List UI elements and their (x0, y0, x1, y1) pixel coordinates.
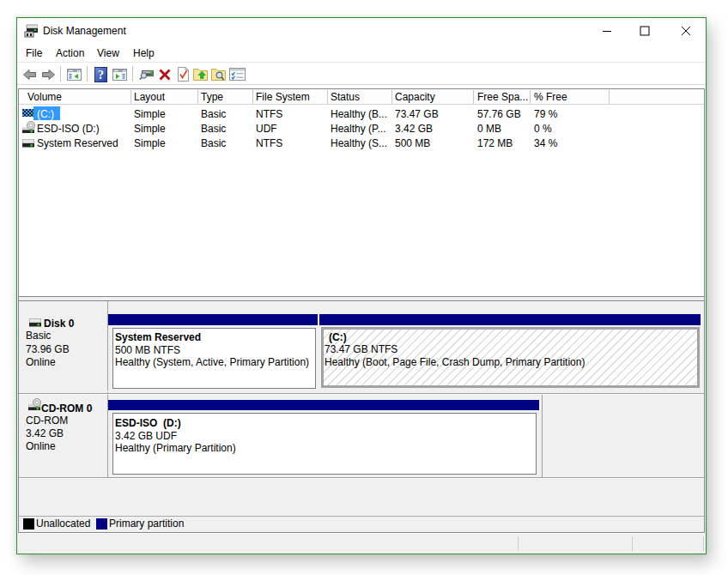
svg-text:?: ? (98, 69, 104, 82)
